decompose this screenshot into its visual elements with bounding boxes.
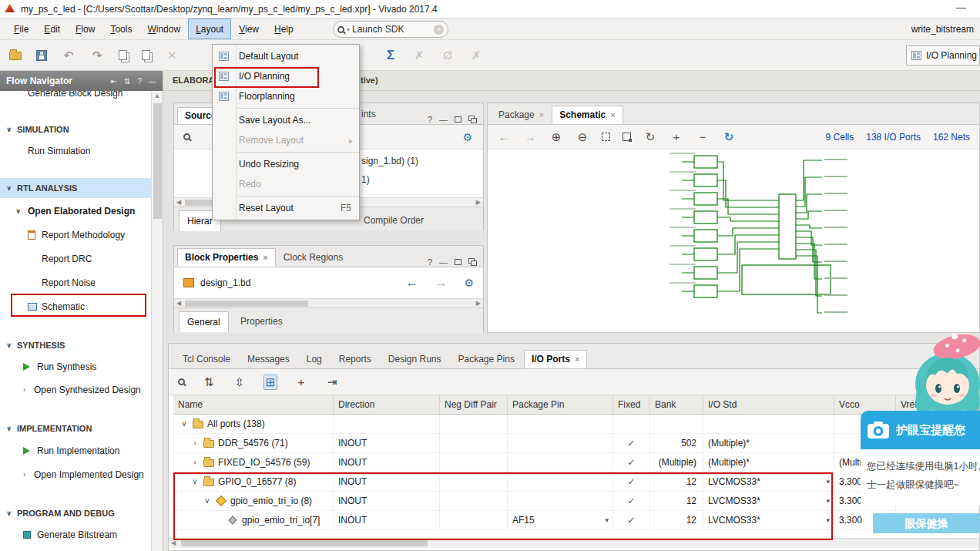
tab-tcl-console[interactable]: Tcl Console (175, 350, 238, 368)
dropdown-caret-icon[interactable]: ▾ (826, 472, 830, 491)
minimize-icon[interactable]: — (439, 115, 448, 124)
nav-item-report-drc[interactable]: Report DRC (42, 251, 152, 267)
expand-all-icon[interactable]: ⇳ (233, 375, 247, 389)
cell-direction[interactable] (334, 415, 440, 433)
cell-fixed[interactable]: ✓ (613, 511, 650, 529)
cell-io-std[interactable] (703, 415, 834, 433)
cell-bank[interactable]: (Multiple) (650, 453, 703, 472)
nav-section-synthesis[interactable]: ∨ SYNTHESIS (0, 338, 152, 353)
menu-item-undo-resizing[interactable]: Undo Resizing (213, 154, 359, 174)
zoom-in-icon[interactable]: ⊕ (549, 130, 563, 144)
nav-collapse-icon[interactable]: ⇤ (111, 77, 117, 86)
paste-icon[interactable] (142, 50, 150, 60)
tab-block-properties[interactable]: Block Properties × (177, 248, 276, 267)
cell-bank[interactable]: 12 (650, 511, 703, 529)
quick-search[interactable]: ▾ × (333, 21, 448, 38)
cell-io-std[interactable]: LVCMOS33*▾ (703, 472, 834, 491)
minimize-button[interactable]: — (956, 2, 966, 13)
cell-io-std[interactable]: (Multiple)* (703, 453, 834, 472)
menu-item-floorplanning[interactable]: Floorplanning (213, 86, 359, 106)
float-icon[interactable] (471, 260, 477, 266)
maximize-icon[interactable] (455, 116, 461, 123)
col-bank[interactable]: Bank (650, 395, 703, 414)
cell-bank[interactable]: 502 (650, 434, 703, 452)
search-input[interactable] (352, 24, 420, 35)
nav-section-simulation[interactable]: ∨ SIMULATION (0, 122, 152, 137)
scrollbar-thumb[interactable] (153, 103, 162, 219)
zoom-fit-icon[interactable] (602, 133, 610, 141)
close-icon[interactable]: × (539, 110, 544, 119)
scroll-left-icon[interactable]: ◀ (171, 539, 176, 548)
nav-item-open-implemented-design[interactable]: › Open Implemented Design (0, 467, 152, 482)
close-icon[interactable]: × (610, 110, 615, 119)
collapse-cone-icon[interactable]: − (696, 130, 710, 143)
flow-navigator-scrollbar[interactable]: ▲ (151, 91, 163, 551)
nav-expand-icon[interactable]: ⇅ (124, 77, 130, 86)
col-package-pin[interactable]: Package Pin (508, 395, 613, 414)
expand-arrow[interactable]: › (190, 453, 200, 472)
menu-window[interactable]: Window (139, 18, 188, 39)
sum-reports-icon[interactable]: Σ (384, 48, 398, 63)
add-icon[interactable]: + (294, 375, 308, 388)
cell-neg-diff-pair[interactable] (440, 511, 508, 529)
tab-package-pins[interactable]: Package Pins (451, 350, 522, 368)
cell-fixed[interactable]: ✓ (613, 472, 650, 491)
scrollbar-thumb[interactable] (185, 301, 308, 307)
cell-direction[interactable]: INOUT (334, 434, 440, 452)
open-project-icon[interactable] (9, 52, 22, 60)
cell-fixed[interactable]: ✓ (613, 453, 650, 472)
gear-icon[interactable]: ⚙ (464, 277, 474, 289)
nav-item-generate-bitstream[interactable]: Generate Bitstream (0, 527, 152, 543)
tab-messages[interactable]: Messages (240, 350, 297, 368)
expand-arrow[interactable]: › (190, 434, 200, 452)
table-row[interactable]: ∨ GPIO_0_16577 (8) INOUT ✓ 12 LVCMOS33*▾… (173, 472, 979, 492)
forward-arrow-icon[interactable]: → (435, 276, 447, 290)
nav-item-run-synthesis[interactable]: Run Synthesis (0, 359, 152, 375)
close-icon[interactable]: × (575, 354, 579, 364)
nav-item-schematic[interactable]: Schematic (0, 299, 152, 314)
menu-view[interactable]: View (231, 18, 267, 39)
io-ports-hscrollbar[interactable]: ◀ (169, 538, 979, 548)
table-row[interactable]: ∨ All ports (138) (173, 415, 979, 434)
search-icon[interactable] (178, 378, 185, 385)
cell-bank[interactable]: 12 (650, 472, 703, 491)
cell-neg-diff-pair[interactable] (440, 472, 508, 491)
cell-direction[interactable]: INOUT (334, 472, 440, 491)
scrollbar-thumb[interactable] (181, 540, 428, 546)
cell-package-pin[interactable] (508, 434, 613, 452)
menu-flow[interactable]: Flow (68, 18, 102, 39)
search-icon[interactable] (183, 133, 190, 140)
io-ports-link[interactable]: 138 I/O Ports (866, 132, 921, 143)
block-properties-hscrollbar[interactable]: ◀ ▶ (174, 298, 483, 307)
gear-icon[interactable]: ⚙ (462, 131, 483, 143)
cell-io-std[interactable]: (Multiple)* (703, 434, 834, 452)
table-row[interactable]: › FIXED_IO_54576 (59) INOUT ✓ (Multiple)… (173, 453, 979, 472)
back-arrow-icon[interactable]: ← (405, 276, 418, 290)
cell-direction[interactable]: INOUT (334, 453, 440, 472)
menu-help[interactable]: Help (267, 18, 301, 39)
menu-item-io-planning[interactable]: I/O Planning (213, 66, 359, 86)
autofit-icon[interactable]: ↻ (643, 130, 657, 144)
tab-io-ports[interactable]: I/O Ports × (524, 350, 587, 368)
tab-properties[interactable]: Properties (233, 311, 290, 332)
float-icon[interactable] (471, 118, 477, 123)
cell-package-pin[interactable]: AF15▾ (508, 511, 613, 529)
col-fixed[interactable]: Fixed (613, 395, 650, 414)
forward-icon[interactable]: → (523, 130, 537, 143)
schematic-canvas[interactable] (488, 150, 979, 332)
nav-section-program-debug[interactable]: ∨ PROGRAM AND DEBUG (0, 506, 152, 521)
nav-item-open-elaborated-design[interactable]: ∨ Open Elaborated Design (0, 203, 152, 219)
back-icon[interactable]: ← (497, 130, 511, 143)
cell-neg-diff-pair[interactable] (440, 415, 508, 433)
minimize-icon[interactable]: — (439, 257, 448, 267)
expand-arrow[interactable]: ∨ (190, 472, 200, 491)
close-icon[interactable]: × (263, 253, 267, 262)
cell-direction[interactable]: INOUT (334, 492, 440, 510)
collapse-all-icon[interactable]: ⇅ (202, 375, 216, 389)
dropdown-caret-icon[interactable]: ▾ (826, 511, 830, 529)
help-icon[interactable]: ? (428, 257, 432, 267)
col-io-std[interactable]: I/O Std (703, 395, 834, 414)
cell-io-std[interactable]: LVCMOS33*▾ (703, 492, 834, 510)
cell-fixed[interactable] (613, 415, 650, 433)
search-clear-icon[interactable]: × (434, 25, 444, 35)
